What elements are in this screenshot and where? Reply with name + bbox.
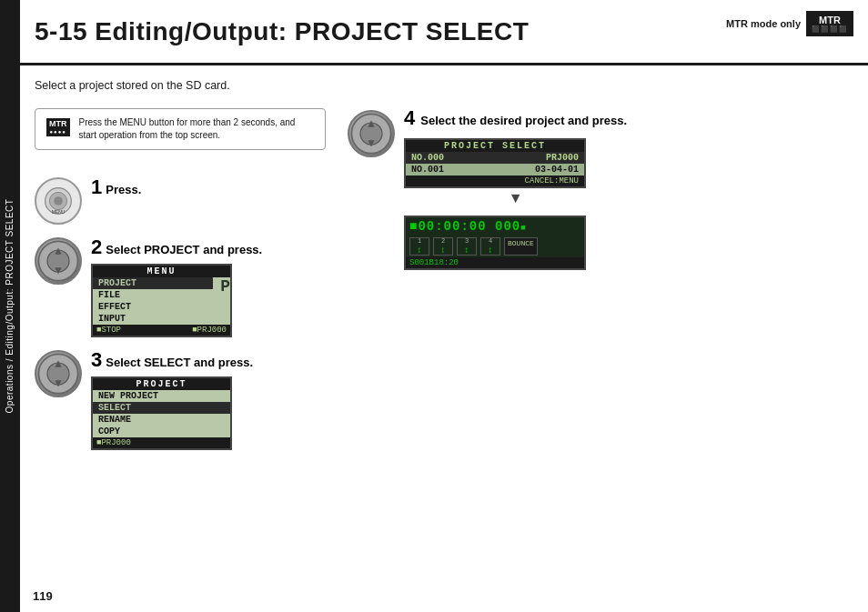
mtr-logo-dots: ⬛⬛⬛⬛ [812,25,848,33]
projsel-row-0: NO.000 PRJ000 [406,152,584,164]
project-bottom-right: ■PRJ000 [96,438,131,447]
main-content: Select a project stored on the SD card. … [20,68,868,612]
project-item-new: NEW PROJECT [93,390,230,402]
project-title: PROJECT [93,378,230,390]
step2-text: Select PROJECT and press. [106,243,262,258]
menu-lcd-screen: MENU PROJECT FILE EFFECT INPUT P ■STOP [91,264,232,337]
mtr-instruction-box: MTR ●●●● Press the MENU button for more … [35,108,326,150]
step3-header: 3 Select SELECT and press. [91,350,253,371]
step1-num: 1 [91,177,102,197]
projsel-id-0: NO.000 [411,153,444,163]
mtr-small-logo: MTR ●●●● [46,118,70,136]
projsel-row-1: NO.001 03-04-01 [406,164,584,176]
mtr-logo-text: MTR [819,15,841,25]
subtitle: Select a project stored on the SD card. [35,79,853,92]
menu-stop-label: ■STOP [96,326,121,335]
step4-text: Select the desired project and press. [420,114,627,129]
instruction-text: Press the MENU button for more than 2 se… [79,116,315,142]
step2-row: 2 Select PROJECT and press. MENU PROJECT… [35,237,326,337]
project-item-select: SELECT [93,402,230,414]
right-steps: 4 Select the desired project and press. … [348,108,853,450]
transport-counter: ■00:00:00 000■ [406,217,584,236]
transport-tracks: 1 ↕ 2 ↕ [406,236,584,257]
menu-item-effect: EFFECT [93,301,213,313]
dial-icon-step3 [35,350,82,397]
step2-num: 2 [91,237,102,257]
step1-header: 1 Press. [91,177,141,198]
step3-text: Select SELECT and press. [106,356,253,371]
svg-text:MENU: MENU [52,210,66,215]
menu-item-project: PROJECT [93,277,213,289]
track-4: 4 ↕ [480,237,500,256]
projsel-name-1: 03-04-01 [535,165,579,175]
transport-screen: ■00:00:00 000■ 1 ↕ 2 [404,216,586,270]
dial-icon-step2 [35,237,82,285]
menu-item-file: FILE [93,289,213,301]
step2-content: 2 Select PROJECT and press. MENU PROJECT… [91,237,262,337]
mtr-mode-text: MTR mode only [726,18,801,29]
step3-num: 3 [91,350,102,370]
mtr-logo: MTR ⬛⬛⬛⬛ [806,11,853,36]
project-item-rename: RENAME [93,414,230,426]
step4-num: 4 [404,108,415,128]
page-title: 5-15 Editing/Output: PROJECT SELECT [35,17,529,46]
step1-text: Press. [106,183,141,198]
step3-content: 3 Select SELECT and press. PROJECT NEW P… [91,350,253,450]
projsel-screen: PROJECT SELECT NO.000 PRJ000 NO.001 03-0… [404,138,586,188]
mtr-badge-container: MTR mode only MTR ⬛⬛⬛⬛ [726,11,853,36]
steps-area: MTR ●●●● Press the MENU button for more … [35,108,853,450]
project-bottom-bar: ■PRJ000 [93,437,230,448]
projsel-id-1: NO.001 [411,165,444,175]
dial-icon-step4 [348,110,395,157]
menu-prj-label: ■PRJ000 [192,326,227,335]
step1-row: MENU 1 Press. [35,177,326,225]
sidebar: Operations / Editing/Output: PROJECT SEL… [0,0,20,612]
track-2: 2 ↕ [433,237,453,256]
bounce-button: BOUNCE [504,237,538,256]
menu-title: MENU [93,266,230,277]
projsel-title: PROJECT SELECT [406,140,584,152]
down-arrow: ▼ [404,190,627,206]
menu-button-icon: MENU [35,177,82,225]
svg-point-2 [54,196,63,206]
step4-header: 4 Select the desired project and press. [404,108,627,129]
menu-bottom-bar: ■STOP ■PRJ000 [93,325,230,336]
step4-area: 4 Select the desired project and press. … [404,108,627,270]
project-item-copy: COPY [93,426,230,437]
projsel-name-0: PRJ000 [546,153,579,163]
menu-item-input: INPUT [93,313,213,325]
transport-bottom: S001B18:20 [406,257,584,268]
step3-row: 3 Select SELECT and press. PROJECT NEW P… [35,350,326,450]
step1-content: 1 Press. [91,177,141,198]
left-steps: MTR ●●●● Press the MENU button for more … [35,108,326,450]
step2-header: 2 Select PROJECT and press. [91,237,262,258]
track-3: 3 ↕ [457,237,477,256]
page-number: 119 [33,589,53,603]
projsel-cancel: CANCEL:MENU [406,176,584,186]
project-lcd-screen: PROJECT NEW PROJECT SELECT RENAME COPY ■… [91,376,232,450]
menu-p-icon: P [220,277,230,296]
top-bar: 5-15 Editing/Output: PROJECT SELECT MTR … [20,0,868,65]
sidebar-label: Operations / Editing/Output: PROJECT SEL… [5,199,15,414]
track-1: 1 ↕ [409,237,429,256]
